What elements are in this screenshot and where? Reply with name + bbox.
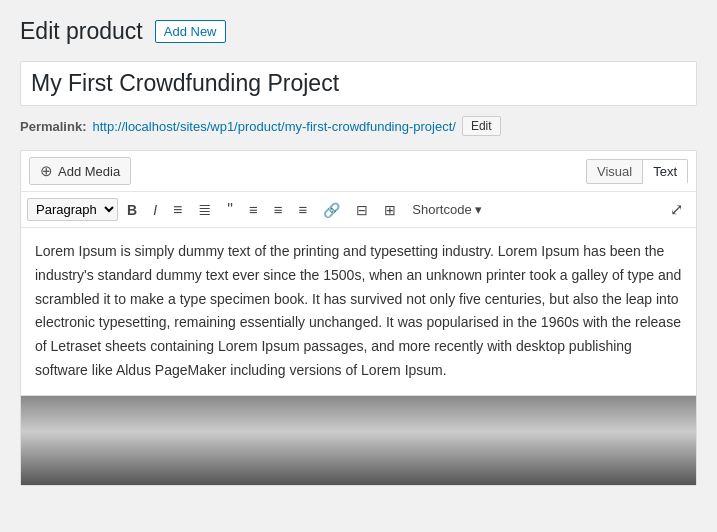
blockquote-button[interactable]: " <box>220 198 240 222</box>
page-wrap: Edit product Add New Permalink: http://l… <box>0 0 717 532</box>
editor-topbar: ⊕ Add Media Visual Text <box>21 151 696 192</box>
permalink-link[interactable]: http://localhost/sites/wp1/product/my-fi… <box>92 119 455 134</box>
add-media-button[interactable]: ⊕ Add Media <box>29 157 131 185</box>
editor-content-area[interactable]: Lorem Ipsum is simply dummy text of the … <box>21 228 696 395</box>
page-title: Edit product <box>20 18 143 45</box>
format-select[interactable]: Paragraph Heading 1 Heading 2 Heading 3 <box>27 198 118 221</box>
align-center-button[interactable]: ≡ <box>267 198 290 221</box>
permalink-label: Permalink: <box>20 119 86 134</box>
media-icon: ⊕ <box>40 162 53 180</box>
add-media-label: Add Media <box>58 164 120 179</box>
permalink-row: Permalink: http://localhost/sites/wp1/pr… <box>20 116 697 136</box>
view-tabs: Visual Text <box>586 159 688 184</box>
fullscreen-button[interactable]: ⤢ <box>663 196 690 223</box>
permalink-edit-button[interactable]: Edit <box>462 116 501 136</box>
insert-button[interactable]: ⊟ <box>349 199 375 221</box>
tab-visual[interactable]: Visual <box>586 159 643 184</box>
add-new-button[interactable]: Add New <box>155 20 226 43</box>
align-right-button[interactable]: ≡ <box>292 198 315 221</box>
shortcode-button[interactable]: Shortcode ▾ <box>405 198 489 221</box>
editor-wrap: ⊕ Add Media Visual Text Paragraph Headin… <box>20 150 697 486</box>
italic-button[interactable]: I <box>146 199 164 221</box>
link-button[interactable]: 🔗 <box>316 199 347 221</box>
table-button[interactable]: ⊞ <box>377 199 403 221</box>
tab-text[interactable]: Text <box>643 159 688 184</box>
image-placeholder <box>21 395 696 485</box>
unordered-list-button[interactable]: ≡ <box>166 198 189 222</box>
ordered-list-button[interactable]: ≣ <box>191 198 218 222</box>
product-title-input[interactable] <box>20 61 697 106</box>
editor-toolbar: Paragraph Heading 1 Heading 2 Heading 3 … <box>21 192 696 228</box>
align-left-button[interactable]: ≡ <box>242 198 265 221</box>
bold-button[interactable]: B <box>120 199 144 221</box>
page-header: Edit product Add New <box>20 18 697 45</box>
